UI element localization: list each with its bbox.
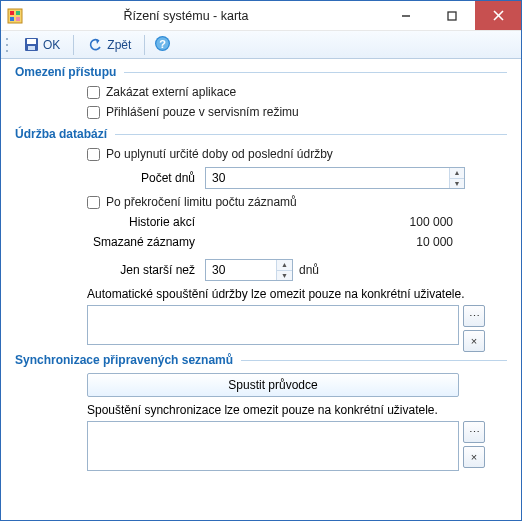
- older-spin-up[interactable]: ▲: [277, 260, 292, 271]
- older-input[interactable]: [206, 260, 276, 280]
- sync-browse-button[interactable]: ⋯: [463, 421, 485, 443]
- ellipsis-icon: ⋯: [469, 426, 480, 439]
- help-button[interactable]: ?: [151, 34, 173, 56]
- days-label: Počet dnů: [15, 171, 205, 185]
- undo-icon: [87, 37, 103, 53]
- window-title: Řízení systému - karta: [0, 9, 383, 23]
- older-label: Jen starší než: [15, 263, 205, 277]
- checkbox-disable-external-label: Zakázat externí aplikace: [106, 85, 236, 99]
- checkbox-service-mode[interactable]: [87, 106, 100, 119]
- ok-label: OK: [43, 38, 60, 52]
- ok-button[interactable]: OK: [16, 34, 67, 56]
- svg-text:?: ?: [159, 37, 166, 49]
- days-spin-up[interactable]: ▲: [450, 168, 464, 179]
- checkbox-over-limit-label: Po překročení limitu počtu záznamů: [106, 195, 297, 209]
- deleted-label: Smazané záznamy: [15, 235, 205, 249]
- back-label: Zpět: [107, 38, 131, 52]
- maint-remove-button[interactable]: ×: [463, 330, 485, 352]
- sync-note: Spouštění synchronizace lze omezit pouze…: [87, 403, 507, 417]
- help-icon: ?: [154, 35, 171, 55]
- minimize-button[interactable]: [383, 1, 429, 30]
- checkbox-disable-external[interactable]: [87, 86, 100, 99]
- days-input[interactable]: [206, 168, 449, 188]
- checkbox-service-mode-label: Přihlášení pouze v servisním režimu: [106, 105, 299, 119]
- sync-remove-button[interactable]: ×: [463, 446, 485, 468]
- group-access-title: Omezení přístupu: [15, 65, 116, 79]
- checkbox-over-limit[interactable]: [87, 196, 100, 209]
- checkbox-after-days[interactable]: [87, 148, 100, 161]
- run-wizard-label: Spustit průvodce: [228, 378, 317, 392]
- group-divider: [241, 360, 507, 361]
- svg-rect-6: [448, 12, 456, 20]
- toolbar-separator: [73, 35, 74, 55]
- maint-users-list[interactable]: [87, 305, 459, 345]
- maint-browse-button[interactable]: ⋯: [463, 305, 485, 327]
- close-icon: ×: [471, 335, 477, 347]
- close-button[interactable]: [475, 1, 521, 30]
- group-divider: [124, 72, 507, 73]
- group-sync-title: Synchronizace připravených seznamů: [15, 353, 233, 367]
- save-icon: [23, 37, 39, 53]
- svg-rect-11: [28, 46, 35, 50]
- ellipsis-icon: ⋯: [469, 310, 480, 323]
- history-value: 100 000: [205, 215, 465, 229]
- older-spin-down[interactable]: ▼: [277, 271, 292, 281]
- group-maint-title: Údržba databází: [15, 127, 107, 141]
- group-divider: [115, 134, 507, 135]
- back-button[interactable]: Zpět: [80, 34, 138, 56]
- sync-users-list[interactable]: [87, 421, 459, 471]
- toolbar-separator: [144, 35, 145, 55]
- svg-rect-10: [27, 39, 36, 44]
- toolbar-grip: [5, 36, 10, 54]
- history-label: Historie akcí: [15, 215, 205, 229]
- run-wizard-button[interactable]: Spustit průvodce: [87, 373, 459, 397]
- checkbox-after-days-label: Po uplynutí určité doby od poslední údrž…: [106, 147, 333, 161]
- older-unit: dnů: [299, 263, 319, 277]
- maint-note: Automatické spouštění údržby lze omezit …: [87, 287, 507, 301]
- maximize-button[interactable]: [429, 1, 475, 30]
- days-spin-down[interactable]: ▼: [450, 179, 464, 189]
- close-icon: ×: [471, 451, 477, 463]
- deleted-value: 10 000: [205, 235, 465, 249]
